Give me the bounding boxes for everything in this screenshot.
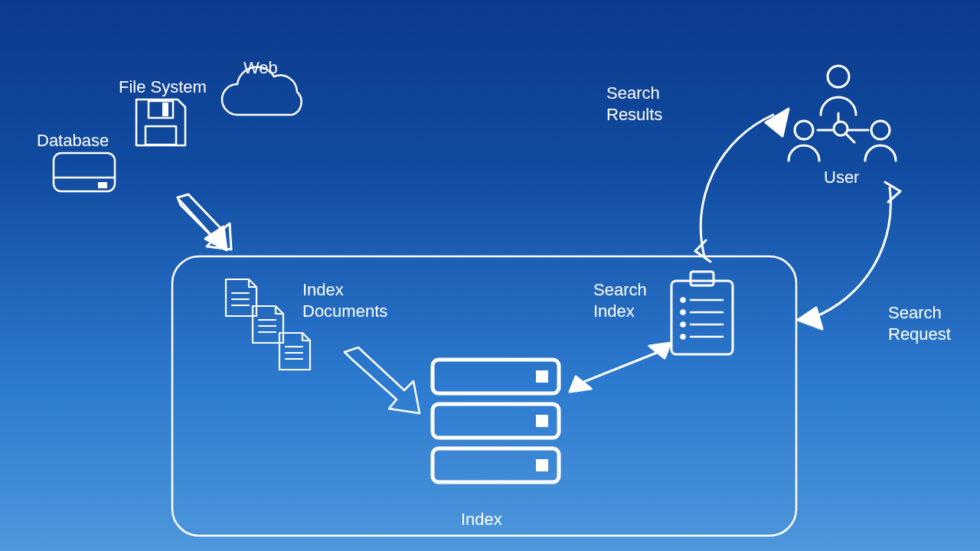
search-request-arrow bbox=[798, 182, 900, 329]
index-stack-icon bbox=[433, 360, 559, 482]
sources-to-index-arrow bbox=[178, 194, 231, 250]
svg-rect-3 bbox=[149, 101, 173, 118]
index-label: Index bbox=[461, 509, 502, 530]
svg-rect-18 bbox=[536, 415, 548, 427]
database-label: Database bbox=[37, 130, 109, 152]
svg-rect-16 bbox=[536, 370, 548, 383]
svg-point-33 bbox=[795, 121, 813, 139]
search-index-label: Search Index bbox=[593, 279, 647, 321]
svg-rect-4 bbox=[162, 103, 168, 116]
clipboard-icon bbox=[671, 272, 733, 354]
user-label: User bbox=[824, 167, 859, 188]
svg-rect-20 bbox=[536, 459, 548, 471]
search-request-label: Search Request bbox=[888, 302, 951, 344]
docs-to-index-arrow bbox=[345, 347, 420, 413]
search-results-arrow bbox=[695, 109, 789, 262]
svg-line-21 bbox=[582, 352, 658, 383]
index-documents-label: Index Documents bbox=[302, 279, 387, 321]
svg-rect-2 bbox=[98, 182, 107, 188]
svg-point-34 bbox=[871, 121, 890, 139]
users-icon bbox=[789, 66, 896, 161]
web-label: Web bbox=[243, 57, 278, 79]
svg-point-26 bbox=[681, 311, 685, 315]
search-results-label: Search Results bbox=[606, 83, 662, 125]
index-to-searchindex-arrow bbox=[570, 343, 671, 392]
index-container bbox=[172, 256, 796, 536]
svg-point-24 bbox=[681, 298, 685, 302]
filesystem-label: File System bbox=[119, 77, 207, 98]
svg-point-32 bbox=[828, 66, 849, 87]
documents-icon bbox=[226, 279, 310, 370]
svg-rect-23 bbox=[691, 272, 714, 285]
svg-rect-5 bbox=[145, 126, 176, 145]
database-icon bbox=[54, 153, 115, 191]
svg-line-36 bbox=[846, 134, 854, 142]
floppy-disk-icon bbox=[136, 99, 185, 145]
svg-point-28 bbox=[681, 323, 685, 327]
svg-point-30 bbox=[681, 335, 685, 339]
svg-rect-22 bbox=[671, 281, 733, 354]
